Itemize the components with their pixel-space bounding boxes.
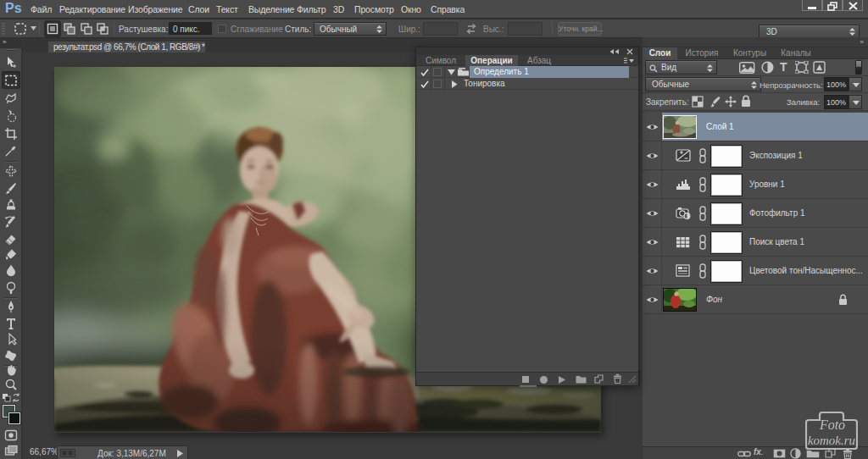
svg-text:Foto: Foto	[819, 418, 845, 432]
svg-text:.: .	[797, 452, 798, 458]
svg-text:komok.ru: komok.ru	[808, 434, 855, 447]
